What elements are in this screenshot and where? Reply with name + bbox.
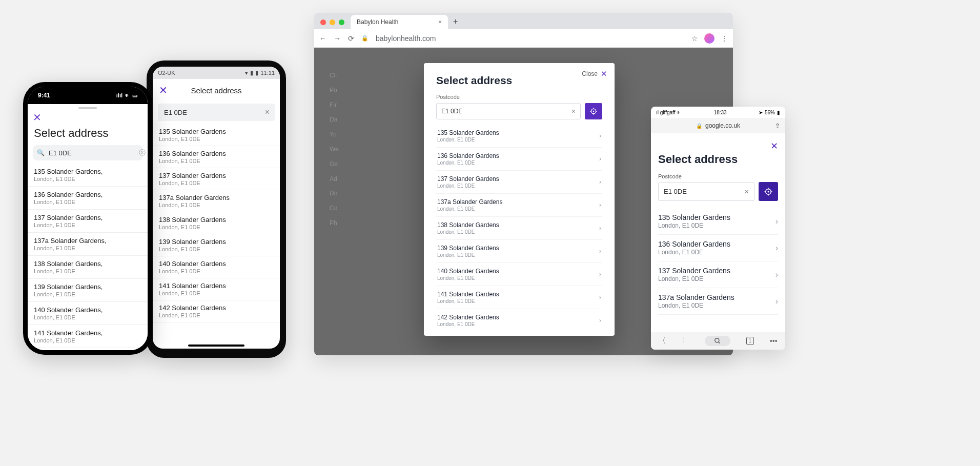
address-result-item[interactable]: 137a Solander Gardens,London, E1 0DE	[28, 233, 148, 256]
address-result-item[interactable]: 140 Solander Gardens,London, E1 0DE	[28, 302, 148, 325]
address-result-item[interactable]: 137a Solander GardensLondon, E1 0DE	[153, 190, 280, 212]
address-result-item[interactable]: 137a Solander GardensLondon, E1 0DE›	[436, 194, 602, 217]
address-result-item[interactable]: 142 Solander Gardens,London, E1 0DE	[28, 348, 148, 350]
background-label: Fir	[330, 98, 339, 113]
back-icon[interactable]: ←	[319, 34, 326, 43]
postcode-input[interactable]: E1 0DE ×	[658, 182, 754, 201]
address-result-item[interactable]: 137 Solander GardensLondon, E1 0DE	[153, 168, 280, 190]
new-tab-button[interactable]: +	[448, 17, 463, 29]
address-result-item[interactable]: 138 Solander Gardens,London, E1 0DE	[28, 256, 148, 279]
menu-icon[interactable]: •••	[770, 337, 778, 345]
chevron-right-icon: ›	[599, 225, 601, 232]
tabs-icon[interactable]: 1	[746, 337, 754, 345]
postcode-input[interactable]	[48, 149, 136, 157]
address-line1: 141 Solander Gardens,	[34, 329, 141, 337]
close-icon[interactable]: ✕	[658, 140, 778, 152]
address-result-item[interactable]: 137a Solander GardensLondon, E1 0DE›	[658, 288, 778, 315]
close-icon[interactable]: ✕	[28, 109, 148, 126]
postcode-value: E1 0DE	[441, 108, 462, 115]
address-results-list: 135 Solander GardensLondon, E1 0DE›136 S…	[436, 125, 602, 332]
select-address-modal: Close ✕ Select address Postcode E1 0DE ×…	[424, 63, 615, 336]
address-result-item[interactable]: 141 Solander GardensLondon, E1 0DE	[153, 278, 280, 300]
wifi-icon: ᯤ	[677, 110, 682, 115]
back-icon[interactable]: 〈	[659, 336, 666, 346]
address-result-item[interactable]: 142 Solander GardensLondon, E1 0DE›	[436, 309, 602, 332]
iphone-device-frame: 9:41 ılıl ᯤ ▭ ✕ Select address 🔍 ⓧ 135 S…	[23, 82, 152, 355]
iphone-screen: 9:41 ılıl ᯤ ▭ ✕ Select address 🔍 ⓧ 135 S…	[28, 87, 148, 350]
star-icon[interactable]: ☆	[691, 34, 698, 43]
address-result-item[interactable]: 136 Solander GardensLondon, E1 0DE›	[658, 235, 778, 261]
search-icon[interactable]	[705, 336, 730, 346]
chevron-right-icon: ›	[775, 297, 778, 306]
address-line1: 141 Solander Gardens	[159, 282, 274, 290]
address-result-item[interactable]: 137 Solander GardensLondon, E1 0DE›	[436, 171, 602, 194]
address-result-item[interactable]: 135 Solander GardensLondon, E1 0DE›	[658, 208, 778, 235]
browser-tab[interactable]: Babylon Health ×	[351, 15, 448, 29]
address-line2: London, E1 0DE	[34, 268, 141, 274]
address-result-item[interactable]: 139 Solander GardensLondon, E1 0DE	[153, 234, 280, 256]
background-label: Yo	[330, 127, 339, 142]
background-label: Ph	[330, 216, 339, 231]
chevron-right-icon: ›	[599, 132, 601, 139]
address-line2: London, E1 0DE	[159, 290, 274, 296]
address-line1: 141 Solander Gardens	[437, 291, 499, 298]
address-result-item[interactable]: 139 Solander GardensLondon, E1 0DE›	[436, 240, 602, 263]
locate-button[interactable]	[759, 182, 778, 201]
reload-icon[interactable]: ⟳	[348, 34, 354, 43]
address-result-item[interactable]: 136 Solander GardensLondon, E1 0DE	[153, 146, 280, 168]
tab-title: Babylon Health	[357, 18, 398, 26]
clear-icon[interactable]: ⓧ	[139, 148, 146, 157]
address-line1: 137a Solander Gardens,	[34, 237, 141, 245]
share-icon[interactable]: ⇪	[775, 122, 780, 129]
android-status-bar: O2-UK ▾ ▮ ▮ 11:11	[153, 67, 280, 79]
menu-icon[interactable]: ⋮	[721, 34, 728, 43]
chevron-right-icon: ›	[599, 248, 601, 255]
postcode-input[interactable]: E1 0DE ×	[436, 103, 581, 119]
address-result-item[interactable]: 136 Solander GardensLondon, E1 0DE›	[436, 148, 602, 171]
clear-icon[interactable]: ×	[744, 187, 749, 196]
maximize-window-icon[interactable]	[339, 19, 344, 25]
address-result-item[interactable]: 140 Solander GardensLondon, E1 0DE›	[436, 263, 602, 286]
address-line2: London, E1 0DE	[159, 180, 274, 186]
close-button[interactable]: Close ✕	[582, 69, 607, 78]
address-result-item[interactable]: 136 Solander Gardens,London, E1 0DE	[28, 187, 148, 210]
address-result-item[interactable]: 139 Solander Gardens,London, E1 0DE	[28, 279, 148, 302]
window-controls[interactable]	[314, 19, 351, 29]
clear-icon[interactable]: ×	[571, 107, 576, 115]
close-window-icon[interactable]	[320, 19, 326, 25]
address-line1: 137 Solander Gardens	[159, 172, 274, 179]
minimize-window-icon[interactable]	[330, 19, 335, 25]
address-result-item[interactable]: 141 Solander Gardens,London, E1 0DE	[28, 325, 148, 348]
address-result-item[interactable]: 135 Solander GardensLondon, E1 0DE›	[436, 125, 602, 148]
address-line1: 137a Solander Gardens	[159, 194, 274, 201]
address-result-item[interactable]: 142 Solander GardensLondon, E1 0DE	[153, 300, 280, 322]
address-result-item[interactable]: 140 Solander GardensLondon, E1 0DE	[153, 256, 280, 278]
address-line2: London, E1 0DE	[437, 137, 499, 143]
clear-icon[interactable]: ×	[265, 108, 270, 117]
address-result-item[interactable]: 135 Solander Gardens,London, E1 0DE	[28, 164, 148, 187]
safari-toolbar: 〈 〉 1 •••	[651, 332, 785, 350]
locate-button[interactable]	[585, 103, 602, 119]
postcode-input[interactable]	[163, 108, 265, 117]
address-result-item[interactable]: 135 Solander GardensLondon, E1 0DE	[153, 124, 280, 146]
page-title: Select address	[153, 86, 280, 95]
address-result-item[interactable]: 141 Solander GardensLondon, E1 0DE›	[436, 286, 602, 309]
carrier-name: giffgaff	[660, 110, 676, 115]
address-result-item[interactable]: 138 Solander GardensLondon, E1 0DE›	[436, 217, 602, 240]
address-line1: 135 Solander Gardens,	[34, 168, 141, 175]
address-line1: 138 Solander Gardens	[159, 216, 274, 224]
url-text[interactable]: babylonhealth.com	[376, 34, 436, 43]
postcode-search-field[interactable]: ×	[158, 104, 275, 121]
postcode-search-field[interactable]: 🔍 ⓧ	[33, 145, 142, 160]
forward-icon[interactable]: →	[334, 34, 341, 43]
address-line2: London, E1 0DE	[437, 206, 502, 212]
profile-avatar[interactable]	[704, 33, 714, 44]
background-label: Da	[330, 112, 339, 127]
battery-icon: ▭	[132, 92, 137, 99]
url-text: google.co.uk	[705, 122, 740, 129]
close-tab-icon[interactable]: ×	[438, 18, 442, 26]
safari-url-bar[interactable]: 🔒 google.co.uk ⇪	[651, 118, 785, 133]
address-result-item[interactable]: 138 Solander GardensLondon, E1 0DE	[153, 212, 280, 234]
address-result-item[interactable]: 137 Solander GardensLondon, E1 0DE›	[658, 261, 778, 288]
address-result-item[interactable]: 137 Solander Gardens,London, E1 0DE	[28, 210, 148, 233]
